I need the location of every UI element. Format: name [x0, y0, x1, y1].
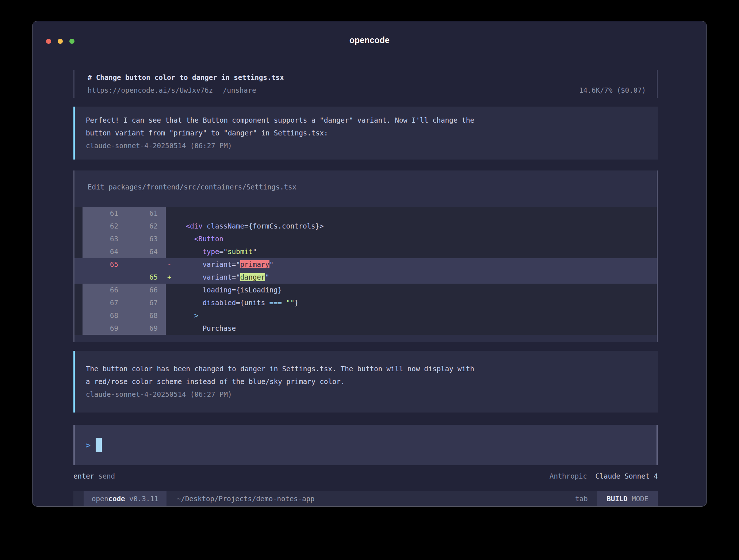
diff-row: 6868 > — [74, 309, 657, 322]
app-name-code: code — [108, 495, 125, 503]
prompt-chevron: > — [86, 441, 91, 450]
window-controls — [46, 39, 74, 44]
message-meta: claude-sonnet-4-20250514 (06:27 PM) — [86, 139, 647, 152]
send-action-hint: send — [98, 471, 115, 481]
message-text: Perfect! I can see that the Button compo… — [86, 114, 647, 139]
model-indicator: Anthropic Claude Sonnet 4 — [550, 471, 658, 481]
window-title: opencode — [349, 35, 390, 45]
edit-tool-block: Edit packages/frontend/src/containers/Se… — [73, 170, 658, 342]
message-text: The button color has been changed to dan… — [86, 363, 647, 388]
prompt-input[interactable]: > — [73, 425, 658, 465]
app-name-open: open — [92, 495, 108, 503]
session-header: # Change button color to danger in setti… — [73, 70, 658, 98]
share-url[interactable]: https://opencode.ai/s/UwJxv76z — [88, 84, 213, 97]
main-content: # Change button color to danger in setti… — [32, 59, 707, 506]
message-meta: claude-sonnet-4-20250514 (06:27 PM) — [86, 388, 647, 401]
mode-name: BUILD — [607, 495, 628, 503]
assistant-message: The button color has been changed to dan… — [73, 351, 658, 413]
diff-row: 65+ variant="danger" — [74, 271, 657, 284]
diff-row: 6363 <Button — [74, 233, 657, 245]
app-version: v0.3.11 — [125, 495, 159, 503]
session-title: # Change button color to danger in setti… — [88, 71, 646, 84]
diff-row: 6464 type="submit" — [74, 245, 657, 258]
working-directory: ~/Desktop/Projects/demo-notes-app — [177, 495, 315, 503]
diff-row: 65- variant="primary" — [74, 258, 657, 271]
diff-row: 6666 loading={isLoading} — [74, 284, 657, 296]
diff-row: 6969 Purchase — [74, 322, 657, 335]
token-usage: 14.6K/7% ($0.07) — [579, 84, 646, 97]
provider-name: Anthropic — [550, 472, 587, 480]
diff-row: 6262 <div className={formCs.controls}> — [74, 220, 657, 233]
model-name: Claude Sonnet 4 — [595, 472, 658, 480]
enter-key-hint: enter — [73, 471, 94, 481]
mode-label: MODE — [628, 495, 648, 503]
hints-row: enter send Anthropic Claude Sonnet 4 — [73, 471, 658, 481]
unshare-action[interactable]: /unshare — [223, 84, 256, 97]
status-bar: opencode v0.3.11 ~/Desktop/Projects/demo… — [73, 491, 658, 506]
session-subheader: https://opencode.ai/s/UwJxv76z /unshare … — [88, 84, 646, 97]
mode-toggle-chip[interactable]: BUILD MODE — [597, 491, 658, 506]
diff-rows: 61616262 <div className={formCs.controls… — [74, 207, 657, 335]
diff-row: 6767 disabled={units === ""} — [74, 296, 657, 309]
app-version-chip: opencode v0.3.11 — [84, 491, 166, 506]
close-window-button[interactable] — [46, 39, 51, 44]
status-bar-right: tab BUILD MODE — [575, 491, 658, 506]
diff-row: 6161 — [74, 207, 657, 220]
title-bar: opencode — [32, 21, 707, 59]
opencode-window: opencode # Change button color to danger… — [32, 21, 707, 507]
text-cursor — [96, 438, 102, 452]
edit-tool-title: Edit packages/frontend/src/containers/Se… — [74, 182, 657, 192]
tab-key-hint: tab — [575, 495, 587, 503]
assistant-message: Perfect! I can see that the Button compo… — [73, 107, 658, 160]
zoom-window-button[interactable] — [69, 39, 74, 44]
minimize-window-button[interactable] — [58, 39, 63, 44]
